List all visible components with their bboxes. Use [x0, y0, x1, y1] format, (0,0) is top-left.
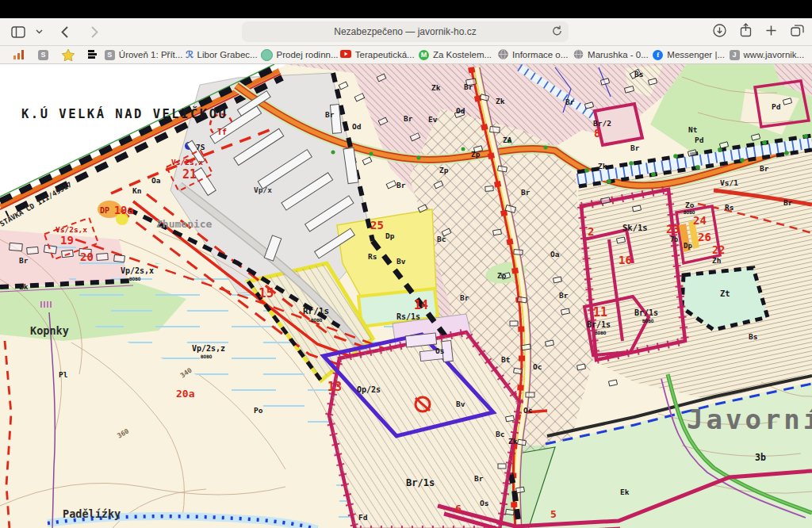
map-label: Od: [456, 106, 465, 115]
map-label: Br: [396, 181, 406, 189]
tab-overview-icon[interactable]: [791, 25, 804, 40]
bookmark-item[interactable]: J www.javornik...: [728, 50, 806, 60]
map-label: 19a: [114, 204, 133, 216]
map-label: 19: [60, 234, 74, 247]
map-label: Zk: [508, 437, 518, 446]
map-label: Oc: [523, 406, 532, 415]
s-badge-icon: S: [105, 50, 115, 60]
map-label: 2: [588, 225, 594, 238]
bookmark-favicon-s[interactable]: S: [31, 50, 56, 60]
map-label: 3b: [755, 452, 766, 463]
browser-toolbar: Nezabezpečeno — javornik-ho.cz: [0, 18, 812, 46]
map-label: Br: [19, 256, 29, 265]
bookmark-item[interactable]: ℛ Libor Grabec...: [182, 49, 260, 61]
bookmark-item[interactable]: Prodej rodinn...: [260, 49, 338, 61]
map-label: Ek: [620, 488, 630, 496]
map-label: Br: [474, 474, 484, 483]
map-label: 25: [370, 219, 384, 231]
map-label: Zp: [439, 166, 449, 174]
map-label: Rs: [368, 252, 377, 261]
map-label: Bc: [496, 430, 504, 438]
bookmark-item[interactable]: Marushka - 0...: [572, 49, 649, 61]
map-label: 8: [594, 127, 600, 140]
map-label: Br/1s: [587, 320, 611, 329]
map-label: 11: [593, 305, 607, 319]
map-label: BOBO: [201, 354, 213, 359]
map-label: DP: [100, 206, 109, 215]
map-label: BOBO: [684, 209, 695, 215]
bookmark-favicon-glyph[interactable]: [80, 50, 105, 59]
map-label: 20a: [176, 388, 195, 400]
map-label: Zh: [712, 256, 721, 265]
map-label: Vp/2s,x: [121, 266, 154, 275]
map-label: Od: [352, 122, 362, 131]
bookmark-item[interactable]: S Úroveň 1: Přít...: [105, 50, 182, 60]
region-title: K.Ú VELKÁ NAD VELIČKOU: [21, 106, 228, 121]
address-bar-text: Nezabezpečeno — javornik-ho.cz: [334, 26, 476, 37]
place-javornik: Javorník: [687, 404, 812, 435]
map-label: Bc: [437, 235, 446, 243]
map-label: Br: [760, 164, 769, 173]
map-label: 5: [550, 508, 557, 520]
map-label: Oa: [151, 176, 161, 185]
map-label: Br/1s: [634, 308, 658, 317]
zoning-map-viewport[interactable]: K.Ú VELKÁ NAD VELIČKOUSTÁVKA ČD III/4991…: [0, 64, 812, 528]
map-label: 14: [414, 298, 428, 312]
map-label: Zk: [496, 97, 505, 105]
share-icon[interactable]: [740, 23, 752, 40]
map-label: Zk: [598, 162, 607, 170]
chevron-down-icon[interactable]: [33, 22, 44, 41]
map-label: 26: [698, 231, 711, 243]
bookmark-item[interactable]: f Messenger |...: [650, 50, 728, 60]
map-label: 20: [80, 251, 94, 263]
download-icon[interactable]: [713, 24, 726, 40]
map-label: Rr/1s: [303, 306, 329, 316]
place-zhumenice: Zhumenice: [156, 218, 213, 230]
letter-j-icon: J: [730, 50, 740, 60]
map-label: Tf: [217, 128, 227, 136]
map-label: Zo: [685, 201, 695, 209]
map-label: Br: [565, 98, 575, 106]
map-label: Zk: [431, 83, 441, 92]
map-label: Br: [783, 198, 793, 207]
map-label: Nt: [688, 125, 697, 134]
bookmark-favicon-analytics[interactable]: [6, 50, 31, 59]
map-label: BOBO: [595, 330, 607, 335]
macos-titlebar: [0, 0, 812, 18]
map-label: Br: [559, 291, 569, 300]
map-label: Oa: [550, 250, 560, 258]
globe-icon: [498, 49, 508, 61]
facebook-icon: f: [653, 50, 663, 60]
map-label: Pl: [59, 370, 68, 379]
map-label: Zt: [720, 289, 730, 298]
map-label: 15: [259, 285, 274, 300]
map-label: Zp: [471, 150, 481, 159]
bookmark-item[interactable]: M Za Kostelem...: [416, 50, 494, 60]
bookmark-item[interactable]: Terapeutická...: [339, 50, 416, 59]
bookmark-item[interactable]: Informace o...: [494, 49, 572, 61]
bookmark-favicon-star[interactable]: [56, 49, 80, 61]
map-label: Zo: [497, 271, 507, 280]
map-label: Sk/1s: [622, 223, 648, 232]
map-label: Op/2s: [357, 385, 381, 394]
map-label: Br: [404, 114, 413, 123]
map-label: BOBO: [311, 317, 323, 323]
map-label: Os: [435, 346, 444, 355]
map-label: Br/1s: [406, 477, 435, 488]
zoning-map-svg: K.Ú VELKÁ NAD VELIČKOUSTÁVKA ČD III/4991…: [0, 64, 812, 528]
map-label: Rs/1s: [396, 312, 420, 321]
map-label: Br: [325, 110, 335, 119]
reload-icon[interactable]: [552, 25, 562, 39]
address-bar[interactable]: Nezabezpečeno — javornik-ho.cz: [242, 21, 569, 42]
map-label: Bt: [501, 355, 510, 364]
new-tab-icon[interactable]: [765, 25, 777, 40]
map-label: Ev: [428, 115, 438, 124]
map-label: 7S: [196, 143, 205, 151]
forward-icon[interactable]: [84, 22, 105, 41]
back-icon[interactable]: [54, 22, 75, 41]
map-label: Os: [480, 499, 488, 507]
letter-r-icon: ℛ: [186, 49, 193, 61]
sidebar-icon[interactable]: [8, 22, 29, 41]
map-label: Ek: [19, 282, 29, 291]
map-label: Br: [464, 82, 473, 91]
